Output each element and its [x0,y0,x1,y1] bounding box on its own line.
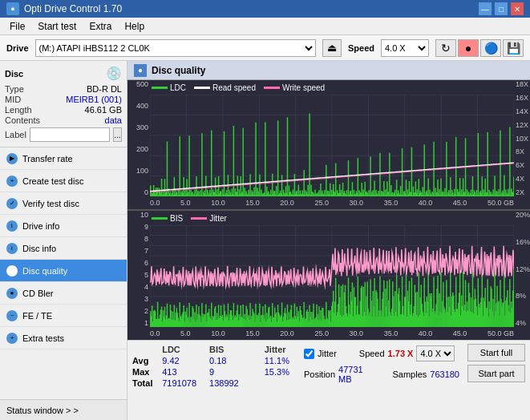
drive-info-label: Drive info [22,221,59,231]
create-test-disc-icon: + [6,176,18,187]
legend-bis: BIS [170,214,183,223]
total-bis: 138992 [203,378,245,389]
status-window-label: Status window > > [6,406,79,415]
sidebar-item-extra-tests[interactable]: + Extra tests [0,327,127,349]
status-window[interactable]: Status window > > [0,399,127,420]
speed-dropdown[interactable]: 4.0 X [416,345,455,361]
menu-help[interactable]: Help [118,19,151,34]
drive-bar: Drive (M:) ATAPI iHBS112 2 CL0K ⏏ Speed … [0,35,530,61]
y1r-label-12: 12X [516,121,528,129]
disc-quality-header-icon: ● [134,64,147,77]
minimize-button[interactable]: — [479,2,492,15]
y1r-label-14: 14X [516,107,528,115]
sidebar-item-transfer-rate[interactable]: ▶ Transfer rate [0,147,127,170]
label-label: Label [5,130,26,139]
disc-info-label: Disc info [22,244,56,253]
max-bis: 9 [203,366,245,378]
mid-label: MID [5,95,21,104]
label-input[interactable] [30,127,110,142]
verify-test-disc-icon: ✓ [6,198,18,209]
drive-select[interactable]: (M:) ATAPI iHBS112 2 CL0K [35,39,316,57]
y1r-label-2: 2X [516,188,524,196]
menu-extra[interactable]: Extra [83,19,118,34]
position-value: 47731 MB [338,365,378,384]
max-label: Max [132,366,156,378]
disc-icon: 💿 [106,66,122,81]
label-button[interactable]: ... [113,127,122,142]
sidebar-item-cd-bler[interactable]: ● CD Bler [0,282,127,305]
contents-label: Contents [5,115,40,125]
ldc-col-header: LDC [156,344,203,355]
stats-table: LDC BIS Jitter Avg 9.42 0.18 11.1% Max [132,344,296,389]
y1r-label-10: 10X [516,135,528,143]
sidebar-item-create-test-disc[interactable]: + Create test disc [0,170,127,192]
max-jitter: 15.3% [258,366,296,378]
extra-tests-label: Extra tests [22,333,64,343]
sidebar-item-verify-test-disc[interactable]: ✓ Verify test disc [0,192,127,215]
menu-file[interactable]: File [3,19,31,34]
bis-canvas [150,225,514,327]
avg-label: Avg [132,355,156,366]
y1-label-500: 500 [136,80,148,88]
disc-quality-icon: ● [6,265,18,277]
cd-bler-icon: ● [6,288,18,299]
type-label: Type [5,84,24,94]
maximize-button[interactable]: □ [495,2,508,15]
app-title: Opti Drive Control 1.70 [24,3,122,14]
nav-items: ▶ Transfer rate + Create test disc ✓ Ver… [0,147,127,399]
action-btn-1[interactable]: ↻ [435,39,456,57]
drive-info-icon: i [6,220,18,232]
y1r-label-4: 4X [516,175,524,183]
legend-ldc: LDC [170,83,186,92]
length-label: Length [5,105,32,115]
y1r-label-16: 16X [516,94,528,102]
verify-test-disc-label: Verify test disc [22,199,79,208]
action-btn-2[interactable]: ● [458,39,479,57]
y1-label-100: 100 [136,167,148,175]
close-button[interactable]: ✕ [511,2,524,15]
menu-bar: File Start test Extra Help [0,18,530,35]
sidebar-item-disc-info[interactable]: i Disc info [0,237,127,260]
start-part-button[interactable]: Start part [467,365,525,382]
samples-value: 763180 [430,370,459,379]
mid-value: MEIRB1 (001) [66,95,122,104]
disc-panel: Disc 💿 Type BD-R DL MID MEIRB1 (001) Len… [0,61,127,147]
bis-col-header: BIS [203,344,245,355]
disc-quality-header: ● Disc quality [127,61,530,80]
contents-value: data [105,115,122,125]
charts-area: LDC Read speed Write speed 500 400 300 [127,80,530,340]
action-btn-4[interactable]: 💾 [503,39,524,57]
y1r-label-6: 6X [516,161,524,169]
action-btn-3[interactable]: 🔵 [480,39,501,57]
disc-info-icon: i [6,243,18,254]
ldc-canvas [150,95,514,196]
sidebar: Disc 💿 Type BD-R DL MID MEIRB1 (001) Len… [0,61,127,420]
start-full-button[interactable]: Start full [467,344,525,361]
drive-label: Drive [6,43,29,53]
bis-chart: BIS Jitter 10 9 8 7 6 5 4 3 [127,211,530,340]
length-value: 46.61 GB [85,105,122,115]
transfer-rate-icon: ▶ [6,153,18,164]
sidebar-item-drive-info[interactable]: i Drive info [0,215,127,237]
jitter-checkbox[interactable] [304,349,314,359]
speed-value: 1.73 X [388,349,414,358]
sidebar-item-fe-te[interactable]: ~ FE / TE [0,305,127,327]
sidebar-item-disc-quality[interactable]: ● Disc quality [0,260,127,282]
speed-select[interactable]: 4.0 X [381,39,429,57]
menu-start-test[interactable]: Start test [31,19,83,34]
type-value: BD-R DL [87,84,122,94]
disc-title: Disc [5,69,23,79]
ldc-chart: LDC Read speed Write speed 500 400 300 [127,80,530,211]
y1r-label-8: 8X [516,147,524,155]
total-label: Total [132,378,156,389]
y1-label-0: 0 [144,188,148,196]
samples-label: Samples [392,370,427,379]
legend-write: Write speed [282,83,325,92]
fe-te-label: FE / TE [22,311,52,321]
cd-bler-label: CD Bler [22,289,54,298]
eject-button[interactable]: ⏏ [322,39,342,57]
total-ldc: 7191078 [156,378,203,389]
avg-bis: 0.18 [203,355,245,366]
max-ldc: 413 [156,366,203,378]
position-label: Position [304,370,335,379]
